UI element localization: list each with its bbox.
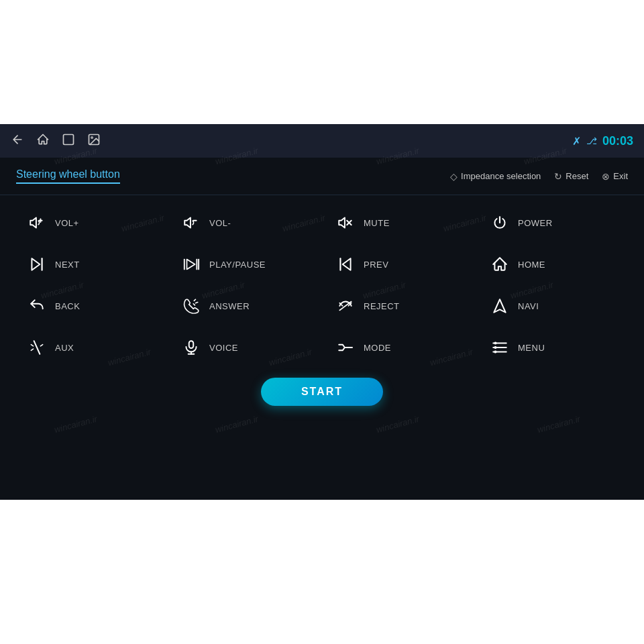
power-icon [490, 214, 510, 231]
svg-rect-27 [189, 341, 194, 348]
answer-cell[interactable]: ANSWER [168, 285, 322, 327]
white-bottom-space [0, 500, 644, 644]
svg-line-25 [31, 349, 33, 350]
svg-point-34 [494, 342, 496, 343]
svg-marker-3 [30, 217, 36, 227]
svg-point-2 [91, 136, 93, 138]
power-cell[interactable]: POWER [476, 202, 631, 244]
svg-line-23 [34, 341, 40, 354]
back-arrow-icon[interactable] [11, 133, 24, 150]
button-grid: VOL+ VOL- [13, 202, 631, 368]
svg-point-36 [494, 351, 496, 352]
image-nav-icon[interactable] [87, 133, 101, 150]
voice-icon [181, 339, 201, 356]
reset-action[interactable]: ↻ Reset [554, 171, 588, 182]
voice-cell[interactable]: VOICE [168, 327, 322, 368]
back-cell[interactable]: BACK [13, 285, 168, 327]
voice-label: VOICE [209, 343, 238, 353]
navi-cell[interactable]: NAVI [476, 285, 631, 327]
vol-plus-icon [27, 214, 47, 231]
white-top-space [0, 0, 644, 124]
mode-cell[interactable]: MODE [322, 327, 476, 368]
start-button-wrap: START [13, 368, 631, 411]
answer-icon [181, 297, 201, 315]
svg-point-35 [494, 347, 496, 348]
mode-icon [335, 339, 356, 356]
main-content: VOL+ VOL- [0, 195, 644, 418]
menu-label: MENU [518, 343, 545, 353]
impedance-selection-action[interactable]: ◇ Impedance selection [450, 171, 541, 182]
home-cell[interactable]: HOME [476, 244, 631, 285]
mute-cell[interactable]: MUTE [322, 202, 476, 244]
next-icon [27, 256, 47, 273]
page-title: Steering wheel button [16, 168, 120, 180]
home-label: HOME [518, 260, 545, 270]
mute-label: MUTE [364, 218, 390, 228]
reject-icon [335, 297, 356, 315]
vol-plus-label: VOL+ [55, 218, 79, 228]
header-actions: ◇ Impedance selection ↻ Reset ⊗ Exit [450, 171, 628, 182]
svg-rect-0 [64, 134, 74, 144]
header-area: Steering wheel button ◇ Impedance select… [0, 158, 644, 195]
svg-marker-22 [494, 299, 505, 313]
play-pause-icon [181, 256, 201, 273]
prev-icon [335, 256, 356, 273]
power-label: POWER [518, 218, 553, 228]
bluetooth-symbol: ⎇ [586, 136, 597, 146]
navi-icon [490, 297, 510, 315]
back-label: BACK [55, 301, 80, 311]
play-pause-cell[interactable]: PLAY/PAUSE [168, 244, 322, 285]
vol-plus-cell[interactable]: VOL+ [13, 202, 168, 244]
page-title-wrap: Steering wheel button [16, 168, 120, 184]
nav-icons-left [11, 133, 101, 150]
svg-marker-11 [32, 258, 40, 270]
play-pause-label: PLAY/PAUSE [209, 260, 266, 270]
top-navigation-bar: ✗ ⎇ 00:03 [0, 124, 644, 158]
svg-marker-6 [184, 217, 191, 227]
impedance-label: Impedance selection [461, 171, 541, 181]
aux-cell[interactable]: AUX [13, 327, 168, 368]
shield-icon: ◇ [450, 171, 458, 182]
app-container: wincairan.ir wincairan.ir wincairan.ir w… [0, 124, 644, 500]
next-label: NEXT [55, 260, 80, 270]
answer-label: ANSWER [209, 301, 250, 311]
home-btn-icon [490, 256, 510, 273]
aux-label: AUX [55, 343, 74, 353]
svg-marker-17 [343, 258, 351, 270]
start-button[interactable]: START [261, 378, 383, 406]
vol-minus-cell[interactable]: VOL- [168, 202, 322, 244]
prev-label: PREV [364, 260, 388, 270]
vol-minus-icon [181, 214, 201, 231]
reset-label: Reset [566, 171, 588, 181]
exit-icon: ⊗ [602, 171, 610, 182]
window-nav-icon[interactable] [62, 133, 75, 150]
svg-marker-14 [187, 260, 195, 270]
reject-label: REJECT [364, 301, 400, 311]
bluetooth-icon: ✗ [572, 135, 581, 148]
vol-minus-label: VOL- [209, 218, 231, 228]
reject-cell[interactable]: REJECT [322, 285, 476, 327]
next-cell[interactable]: NEXT [13, 244, 168, 285]
timer-display: 00:03 [602, 134, 633, 148]
svg-line-24 [31, 345, 33, 346]
title-underline [16, 182, 120, 184]
home-nav-icon[interactable] [36, 133, 50, 150]
aux-icon [27, 339, 47, 356]
menu-icon [490, 339, 510, 356]
back-icon [27, 297, 47, 315]
reset-icon: ↻ [554, 171, 562, 182]
nav-icons-right: ✗ ⎇ 00:03 [572, 134, 633, 148]
exit-label: Exit [613, 171, 628, 181]
svg-line-26 [40, 345, 42, 346]
mute-icon [335, 214, 356, 231]
menu-cell[interactable]: MENU [476, 327, 631, 368]
mode-label: MODE [364, 343, 391, 353]
exit-action[interactable]: ⊗ Exit [602, 171, 628, 182]
svg-marker-8 [339, 217, 345, 227]
prev-cell[interactable]: PREV [322, 244, 476, 285]
navi-label: NAVI [518, 301, 539, 311]
